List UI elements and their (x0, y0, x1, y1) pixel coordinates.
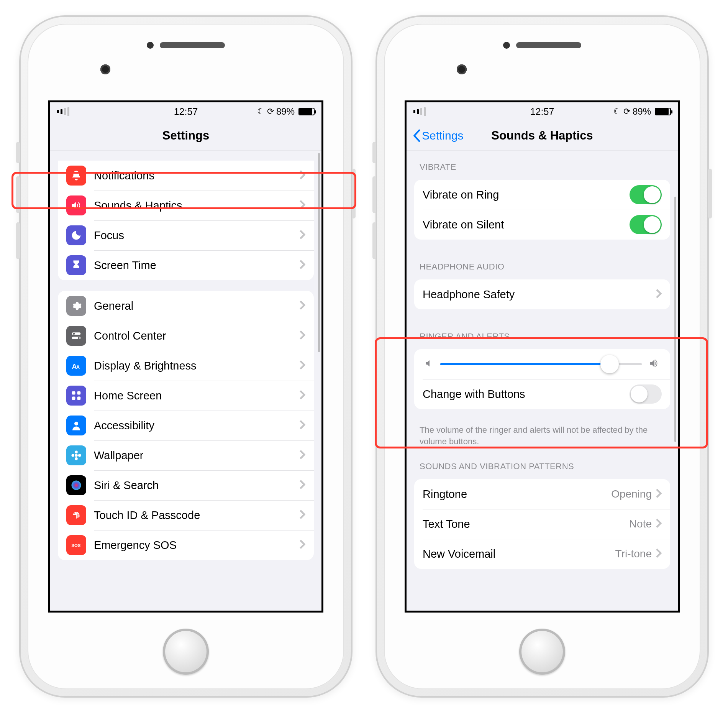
svg-rect-9 (77, 397, 81, 400)
fingerprint-icon (66, 505, 86, 525)
vibrate-group: Vibrate on Ring Vibrate on Silent (414, 180, 670, 240)
dnd-moon-icon: ☾ (257, 107, 265, 117)
svg-rect-7 (77, 391, 81, 395)
chevron-right-icon (299, 539, 305, 551)
settings-row-siri-search[interactable]: Siri & Search (58, 470, 314, 500)
svg-text:SOS: SOS (72, 543, 81, 548)
settings-row-touch-id-passcode[interactable]: Touch ID & Passcode (58, 500, 314, 530)
row-headphone-safety[interactable]: Headphone Safety (414, 279, 670, 309)
chevron-right-icon (299, 300, 305, 312)
chevron-right-icon (299, 170, 305, 181)
svg-rect-6 (72, 391, 75, 395)
row-change-with-buttons[interactable]: Change with Buttons (414, 379, 670, 409)
settings-row-control-center[interactable]: Control Center (58, 321, 314, 351)
phone-hardware-top (28, 24, 344, 49)
aa-icon: AA (66, 356, 86, 376)
row-label: Change with Buttons (423, 388, 630, 401)
settings-row-sounds-haptics[interactable]: Sounds & Haptics (58, 191, 314, 220)
row-label: Text Tone (423, 518, 629, 531)
status-time: 12:57 (174, 106, 198, 117)
row-new-voicemail[interactable]: New Voicemail Tri-tone (414, 539, 670, 569)
row-label: New Voicemail (423, 548, 615, 560)
row-value: Opening (611, 488, 652, 500)
svg-rect-8 (72, 397, 75, 400)
svg-point-2 (73, 333, 75, 335)
home-button[interactable] (163, 629, 209, 675)
row-label: General (94, 300, 299, 312)
svg-point-12 (75, 451, 78, 454)
settings-row-accessibility[interactable]: Accessibility (58, 411, 314, 440)
toggle-vibrate-silent[interactable] (630, 215, 662, 234)
dnd-moon-icon: ☾ (613, 107, 621, 117)
svg-point-11 (75, 454, 78, 457)
chevron-right-icon (656, 289, 662, 300)
ringer-footer: The volume of the ringer and alerts will… (407, 420, 678, 450)
row-vibrate-on-ring[interactable]: Vibrate on Ring (414, 180, 670, 210)
svg-point-16 (72, 481, 81, 490)
person-icon (66, 416, 86, 435)
battery-icon (655, 108, 671, 115)
row-label: Touch ID & Passcode (94, 509, 299, 522)
chevron-right-icon (299, 230, 305, 241)
toggle-change-buttons[interactable] (630, 384, 662, 404)
chevron-right-icon (299, 450, 305, 461)
rotation-lock-icon: ⟳ (267, 107, 274, 117)
phone-right: 12:57 ☾ ⟳ 89% Settings Sounds & Haptics … (375, 15, 709, 698)
volume-low-icon (424, 359, 433, 370)
moon-icon (66, 225, 86, 245)
chevron-right-icon (299, 480, 305, 491)
settings-row-screen-time[interactable]: Screen Time (58, 250, 314, 280)
svg-point-13 (75, 457, 78, 460)
chevron-right-icon (299, 390, 305, 401)
row-label: Emergency SOS (94, 539, 299, 552)
svg-point-14 (72, 454, 75, 457)
row-ringer-volume[interactable] (414, 349, 670, 379)
row-text-tone[interactable]: Text Tone Note (414, 509, 670, 539)
back-button[interactable]: Settings (412, 129, 463, 142)
switches-icon (66, 326, 86, 346)
settings-row-home-screen[interactable]: Home Screen (58, 381, 314, 411)
section-header-ringer: RINGER AND ALERTS (407, 320, 678, 345)
flower-icon (66, 445, 86, 465)
home-button[interactable] (519, 629, 565, 675)
section-header-headphone: HEADPHONE AUDIO (407, 250, 678, 276)
volume-slider[interactable] (440, 363, 642, 365)
nav-bar: Settings (50, 121, 321, 151)
signal-icon (413, 107, 426, 116)
hourglass-icon (66, 255, 86, 275)
battery-percent: 89% (276, 106, 295, 117)
chevron-right-icon (656, 548, 662, 560)
headphone-group: Headphone Safety (414, 279, 670, 309)
row-label: Home Screen (94, 389, 299, 402)
sos-icon: SOS (66, 535, 86, 555)
grid-icon (66, 386, 86, 406)
screen-settings: 12:57 ☾ ⟳ 89% Settings NotificationsSoun… (48, 100, 323, 613)
page-title: Settings (162, 129, 209, 143)
status-bar: 12:57 ☾ ⟳ 89% (50, 102, 321, 121)
nav-bar: Settings Sounds & Haptics (407, 121, 678, 151)
speaker-icon (66, 195, 86, 215)
settings-row-display-brightness[interactable]: AADisplay & Brightness (58, 351, 314, 381)
siri-icon (66, 475, 86, 495)
settings-row-notifications[interactable]: Notifications (58, 161, 314, 191)
svg-point-3 (78, 337, 80, 339)
section-header-sounds: SOUNDS AND VIBRATION PATTERNS (407, 450, 678, 475)
settings-row-general[interactable]: General (58, 291, 314, 321)
row-label: Sounds & Haptics (94, 199, 299, 212)
settings-row-emergency-sos[interactable]: SOSEmergency SOS (58, 530, 314, 560)
status-bar: 12:57 ☾ ⟳ 89% (407, 102, 678, 121)
sounds-group: Ringtone Opening Text Tone Note New Voic… (414, 479, 670, 569)
page-title: Sounds & Haptics (491, 129, 593, 143)
row-label: Vibrate on Silent (423, 218, 630, 231)
row-ringtone[interactable]: Ringtone Opening (414, 479, 670, 509)
chevron-right-icon (299, 420, 305, 431)
row-vibrate-on-silent[interactable]: Vibrate on Silent (414, 210, 670, 240)
toggle-vibrate-ring[interactable] (630, 185, 662, 204)
battery-percent: 89% (633, 106, 651, 117)
scroll-indicator (318, 153, 320, 352)
phone-hardware-top (384, 24, 700, 49)
row-value: Note (629, 518, 652, 530)
settings-row-wallpaper[interactable]: Wallpaper (58, 440, 314, 470)
settings-row-focus[interactable]: Focus (58, 220, 314, 250)
row-label: Control Center (94, 330, 299, 342)
